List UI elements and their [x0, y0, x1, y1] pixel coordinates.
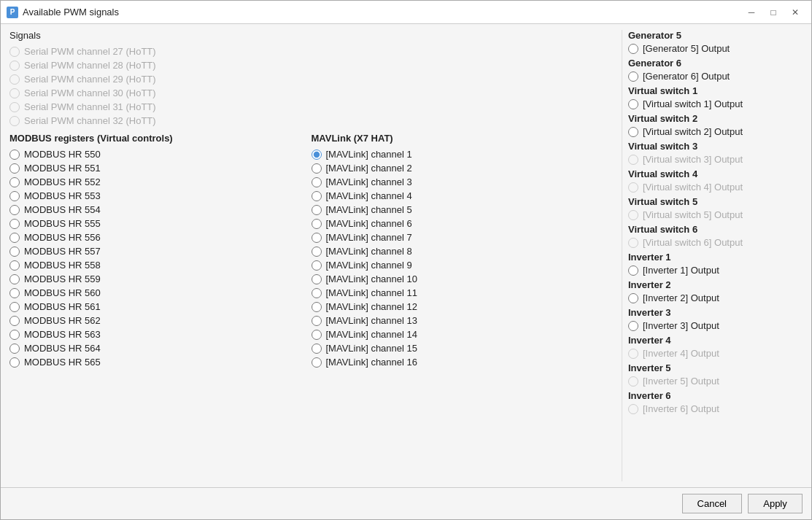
hott-signal-28: Serial PWM channel 28 (HoTT)	[9, 59, 613, 71]
mavlink-radio-ch4[interactable]	[312, 191, 322, 201]
hott-signal-29: Serial PWM channel 29 (HoTT)	[9, 73, 613, 85]
modbus-radio-560[interactable]	[9, 288, 20, 298]
modbus-radio-558[interactable]	[9, 260, 20, 271]
vswitch4-label: [Virtual switch 4] Output	[643, 182, 743, 193]
modbus-label-561: MODBUS HR 561	[24, 301, 101, 312]
modbus-radio-562[interactable]	[9, 316, 20, 326]
mavlink-radio-ch12[interactable]	[312, 302, 322, 312]
inverter3-radio[interactable]	[628, 321, 638, 331]
modbus-radio-563[interactable]	[9, 330, 20, 340]
modbus-radio-556[interactable]	[9, 233, 20, 243]
mavlink-label-ch10: [MAVLink] channel 10	[326, 273, 418, 284]
modbus-radio-553[interactable]	[9, 191, 20, 201]
restore-button[interactable]: □	[763, 4, 784, 20]
mavlink-label-ch4: [MAVLink] channel 4	[326, 190, 412, 201]
inverter6-radio[interactable]	[628, 404, 638, 414]
modbus-565: MODBUS HR 565	[9, 356, 312, 368]
inverter1-radio[interactable]	[628, 265, 638, 276]
inverter6-output: [Inverter 6] Output	[628, 403, 805, 415]
modbus-radio-551[interactable]	[9, 163, 20, 174]
hott-radio-28[interactable]	[9, 61, 20, 71]
mavlink-ch1: [MAVLink] channel 1	[312, 148, 614, 160]
mavlink-ch11: [MAVLink] channel 11	[312, 287, 614, 299]
modbus-label-558: MODBUS HR 558	[24, 260, 101, 271]
minimize-button[interactable]: ─	[741, 4, 762, 20]
inverter2-radio[interactable]	[628, 293, 638, 303]
mavlink-radio-ch11[interactable]	[312, 288, 322, 298]
modbus-radio-550[interactable]	[9, 150, 20, 160]
signals-section-header: Signals	[9, 30, 613, 41]
right-panel: Generator 5 [Generator 5] Output Generat…	[622, 30, 811, 481]
vswitch5-label: [Virtual switch 5] Output	[643, 209, 743, 220]
cancel-button[interactable]: Cancel	[682, 494, 742, 513]
vswitch5-radio[interactable]	[628, 210, 638, 220]
hott-radio-29[interactable]	[9, 74, 20, 85]
vswitch3-output: [Virtual switch 3] Output	[628, 153, 805, 166]
inverter5-label: [Inverter 5] Output	[643, 376, 719, 387]
mavlink-radio-ch16[interactable]	[312, 357, 322, 368]
vswitch6-radio[interactable]	[628, 238, 638, 248]
modbus-radio-565[interactable]	[9, 357, 20, 368]
modbus-radio-559[interactable]	[9, 274, 20, 284]
vswitch3-radio[interactable]	[628, 155, 638, 165]
hott-radio-27[interactable]	[9, 47, 20, 57]
apply-button[interactable]: Apply	[748, 494, 803, 513]
inverter3-header: Inverter 3	[628, 307, 805, 318]
mavlink-label-ch3: [MAVLink] channel 3	[326, 176, 412, 187]
mavlink-ch15: [MAVLink] channel 15	[312, 342, 614, 354]
mavlink-radio-ch10[interactable]	[312, 274, 322, 284]
mavlink-ch4: [MAVLink] channel 4	[312, 190, 614, 202]
vswitch5-group: Virtual switch 5 [Virtual switch 5] Outp…	[628, 196, 805, 221]
mavlink-radio-ch7[interactable]	[312, 233, 322, 243]
mavlink-radio-ch9[interactable]	[312, 260, 322, 271]
mavlink-radio-ch6[interactable]	[312, 219, 322, 229]
inverter1-group: Inverter 1 [Inverter 1] Output	[628, 252, 805, 276]
mavlink-radio-ch2[interactable]	[312, 163, 322, 174]
hott-radio-31[interactable]	[9, 102, 20, 112]
inverter6-group: Inverter 6 [Inverter 6] Output	[628, 390, 805, 415]
modbus-radio-564[interactable]	[9, 344, 20, 354]
inverter5-output: [Inverter 5] Output	[628, 375, 805, 387]
mavlink-radio-ch3[interactable]	[312, 177, 322, 187]
mavlink-label-ch12: [MAVLink] channel 12	[326, 301, 418, 312]
hott-radio-32[interactable]	[9, 116, 20, 126]
modbus-label-552: MODBUS HR 552	[24, 176, 101, 187]
mavlink-radio-ch8[interactable]	[312, 247, 322, 257]
modbus-radio-555[interactable]	[9, 219, 20, 229]
mavlink-radio-ch13[interactable]	[312, 316, 322, 326]
vswitch2-radio[interactable]	[628, 127, 638, 137]
close-button[interactable]: ✕	[785, 4, 805, 20]
mavlink-ch10: [MAVLink] channel 10	[312, 273, 614, 285]
hott-radio-30[interactable]	[9, 88, 20, 98]
modbus-563: MODBUS HR 563	[9, 328, 312, 341]
inverter5-radio[interactable]	[628, 376, 638, 387]
vswitch4-radio[interactable]	[628, 182, 638, 193]
mavlink-label-ch15: [MAVLink] channel 15	[326, 343, 418, 354]
modbus-label-550: MODBUS HR 550	[24, 149, 101, 160]
inverter4-radio[interactable]	[628, 349, 638, 359]
vswitch1-radio[interactable]	[628, 99, 638, 109]
vswitch3-group: Virtual switch 3 [Virtual switch 3] Outp…	[628, 141, 805, 166]
inverter4-header: Inverter 4	[628, 335, 805, 346]
mavlink-label-ch9: [MAVLink] channel 9	[326, 260, 412, 271]
mavlink-ch9: [MAVLink] channel 9	[312, 259, 614, 271]
generator5-radio[interactable]	[628, 44, 638, 54]
modbus-radio-561[interactable]	[9, 302, 20, 312]
inverter3-output: [Inverter 3] Output	[628, 319, 805, 332]
mavlink-radio-ch1[interactable]	[312, 150, 322, 160]
mavlink-radio-ch14[interactable]	[312, 330, 322, 340]
modbus-label-556: MODBUS HR 556	[24, 232, 101, 243]
modbus-column: MODBUS registers (Virtual controls) MODB…	[9, 133, 312, 370]
modbus-label-562: MODBUS HR 562	[24, 315, 101, 326]
modbus-558: MODBUS HR 558	[9, 259, 312, 271]
modbus-radio-552[interactable]	[9, 177, 20, 187]
mavlink-radio-ch5[interactable]	[312, 205, 322, 215]
modbus-radio-554[interactable]	[9, 205, 20, 215]
mavlink-radio-ch15[interactable]	[312, 344, 322, 354]
title-bar-controls: ─ □ ✕	[741, 4, 805, 20]
mavlink-ch2: [MAVLink] channel 2	[312, 162, 614, 174]
inverter1-label: [Inverter 1] Output	[643, 265, 719, 276]
generator6-radio[interactable]	[628, 71, 638, 82]
modbus-radio-557[interactable]	[9, 247, 20, 257]
modbus-label-554: MODBUS HR 554	[24, 204, 101, 215]
